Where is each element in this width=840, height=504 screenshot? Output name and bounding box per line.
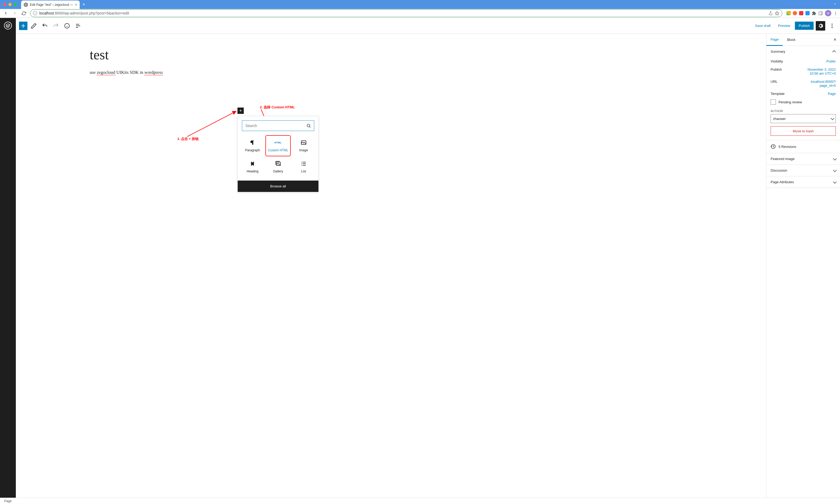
svg-rect-24 — [303, 162, 306, 162]
svg-rect-1 — [819, 12, 822, 15]
site-info-icon[interactable]: i — [33, 11, 37, 15]
search-icon — [306, 123, 311, 128]
preview-button[interactable]: Preview — [775, 22, 793, 30]
editor-footer: Page — [0, 498, 840, 504]
inline-inserter-button[interactable]: + — [238, 108, 244, 114]
pending-review-checkbox[interactable] — [771, 100, 776, 105]
url-text: localhost:8000/wp-admin/post.php?post=5&… — [39, 11, 766, 15]
svg-point-3 — [835, 12, 836, 12]
extensions-puzzle-icon[interactable] — [812, 11, 816, 16]
svg-point-14 — [832, 27, 833, 28]
annotation-step1: 1. 点击 + 按钮 — [177, 137, 199, 141]
block-image[interactable]: Image — [291, 135, 316, 156]
profile-avatar[interactable]: w — [825, 10, 831, 16]
outline-button[interactable] — [73, 21, 83, 31]
extension-icon[interactable] — [805, 11, 810, 15]
wp-main-area: Save draft Preview Publish test use zego… — [16, 18, 840, 504]
tab-title: Edit Page "test" ‹ zegocloud — — [30, 3, 73, 6]
settings-gear-button[interactable] — [816, 21, 825, 31]
tab-close-button[interactable]: × — [75, 3, 77, 7]
save-draft-button[interactable]: Save draft — [752, 22, 773, 30]
svg-point-5 — [835, 14, 836, 15]
editor-topbar: Save draft Preview Publish — [16, 18, 840, 34]
tab-favicon-icon — [24, 3, 28, 7]
panel-discussion[interactable]: Discussion — [766, 165, 840, 176]
annotation-step2: 2. 选择 Custom HTML — [260, 105, 295, 110]
html-icon: HTML — [274, 140, 281, 146]
page-paragraph[interactable]: use zegocloud UIKits SDK in wordpress — [90, 70, 261, 75]
sidebar-close-button[interactable]: × — [830, 37, 840, 42]
chevron-down-icon — [833, 157, 837, 160]
more-options-button[interactable] — [827, 21, 837, 31]
panel-page-attributes[interactable]: Page Attributes — [766, 176, 840, 188]
paragraph-icon — [249, 140, 256, 146]
browser-toolbar: i localhost:8000/wp-admin/post.php?post=… — [0, 9, 840, 18]
revisions-row[interactable]: 5 Revisions — [766, 140, 840, 153]
template-label: Template — [771, 92, 785, 96]
details-button[interactable] — [62, 21, 72, 31]
extension-icon[interactable] — [786, 11, 791, 15]
panel-summary-header[interactable]: Summary — [766, 46, 840, 57]
svg-point-19 — [307, 124, 310, 127]
block-list[interactable]: List — [291, 156, 316, 177]
extension-icon[interactable] — [799, 11, 803, 15]
tools-pencil-button[interactable] — [29, 21, 38, 31]
tab-strip-chevron-icon[interactable] — [833, 2, 837, 6]
wordpress-editor: Save draft Preview Publish test use zego… — [0, 18, 840, 504]
url-label: URL — [771, 79, 777, 88]
svg-rect-26 — [303, 163, 306, 164]
editor-canvas[interactable]: test use zegocloud UIKits SDK in wordpre… — [16, 34, 766, 504]
close-window-button[interactable] — [3, 3, 6, 6]
pending-review-label: Pending review — [778, 100, 802, 104]
svg-line-16 — [187, 111, 236, 137]
url-value[interactable]: localhost:8000/?page_id=5 — [799, 79, 836, 88]
extension-icon[interactable] — [793, 11, 797, 15]
browser-chrome: Edit Page "test" ‹ zegocloud — × + i loc… — [0, 0, 840, 18]
reload-button[interactable] — [20, 10, 28, 17]
svg-point-12 — [832, 23, 833, 24]
publish-value[interactable]: November 3, 2022 10:56 am UTC+0 — [799, 68, 836, 75]
inserter-search-input[interactable] — [242, 121, 314, 131]
history-icon — [771, 144, 776, 149]
share-icon[interactable] — [769, 11, 773, 15]
bookmark-star-icon[interactable] — [775, 11, 779, 16]
breadcrumb[interactable]: Page — [4, 499, 12, 503]
chevron-down-icon — [830, 116, 834, 120]
back-button[interactable] — [2, 10, 10, 17]
tab-page[interactable]: Page — [766, 34, 783, 46]
svg-rect-27 — [301, 165, 302, 165]
add-block-button[interactable] — [19, 22, 28, 30]
template-value[interactable]: Page — [828, 92, 836, 96]
block-heading[interactable]: Heading — [240, 156, 265, 177]
minimize-window-button[interactable] — [8, 3, 12, 6]
new-tab-button[interactable]: + — [82, 2, 85, 7]
wordpress-logo-icon[interactable] — [4, 22, 12, 30]
block-paragraph[interactable]: Paragraph — [240, 135, 265, 156]
block-gallery[interactable]: Gallery — [265, 156, 291, 177]
annotation-arrow-1 — [185, 110, 240, 139]
tab-block[interactable]: Block — [783, 34, 800, 45]
maximize-window-button[interactable] — [14, 3, 17, 6]
sidebar-tabs: Page Block × — [766, 34, 840, 46]
settings-sidebar: Page Block × Summary VisibilityPublic Pu… — [766, 34, 840, 504]
gallery-icon — [275, 161, 281, 167]
address-bar[interactable]: i localhost:8000/wp-admin/post.php?post=… — [30, 9, 782, 17]
page-title[interactable]: test — [90, 47, 261, 62]
window-controls — [3, 3, 17, 6]
publish-button[interactable]: Publish — [795, 22, 813, 30]
wp-logo-column — [0, 18, 16, 504]
panel-featured-image[interactable]: Featured image — [766, 153, 840, 164]
author-select[interactable]: zhaowei — [771, 114, 836, 123]
move-to-trash-button[interactable]: Move to trash — [771, 126, 836, 136]
forward-button[interactable] — [11, 10, 18, 17]
heading-icon — [249, 161, 256, 167]
block-custom-html[interactable]: HTML Custom HTML — [265, 135, 291, 156]
browser-menu-icon[interactable] — [834, 11, 838, 16]
list-icon — [300, 161, 307, 167]
redo-button[interactable] — [51, 21, 61, 31]
panel-icon[interactable] — [818, 11, 823, 16]
visibility-value[interactable]: Public — [826, 59, 836, 63]
browser-tab[interactable]: Edit Page "test" ‹ zegocloud — × — [21, 1, 80, 9]
undo-button[interactable] — [40, 21, 50, 31]
browse-all-button[interactable]: Browse all — [238, 181, 318, 192]
